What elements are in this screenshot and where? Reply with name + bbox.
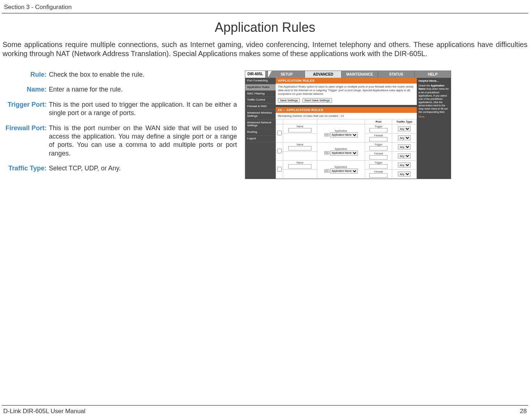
definitions-column: Rule: Check the box to enable the rule. … <box>2 71 237 179</box>
definition-text: Check the box to enable the rule. <box>49 71 237 79</box>
rule-enable-checkbox[interactable] <box>277 167 282 171</box>
router-screenshot: DIR-605L SETUP ADVANCED MAINTENANCE STAT… <box>245 71 451 179</box>
rules-table: Port Traffic Type Name Application<< App… <box>276 119 417 179</box>
model-label: DIR-605L <box>245 71 268 78</box>
panel-description: The Application Rules option is used to … <box>276 84 417 98</box>
definition-item: Name: Enter a name for the rule. <box>4 85 237 94</box>
definition-item: Firewall Port: This is the port number o… <box>4 124 237 158</box>
sidebar-item-mac-filtering[interactable]: MAC Filtering <box>245 91 276 97</box>
definition-item: Trigger Port: This is the port used to t… <box>4 101 237 118</box>
definition-label: Trigger Port: <box>4 101 49 118</box>
col-port: Port <box>365 119 392 124</box>
col-traffic: Traffic Type <box>392 119 417 124</box>
name-label: Name <box>284 125 316 128</box>
firewall-port-input[interactable] <box>369 155 387 160</box>
copy-arrow-button[interactable]: << <box>324 151 329 154</box>
header-rule <box>2 13 528 13</box>
tab-status[interactable]: STATUS <box>378 71 414 78</box>
tab-maintenance[interactable]: MAINTENANCE <box>341 71 378 78</box>
helpful-hints-panel: Helpful Hints... Check the Application N… <box>417 78 451 179</box>
application-select[interactable]: Application Name <box>330 132 358 137</box>
sidebar-item-advanced-network[interactable]: Advanced Network Settings <box>245 120 276 130</box>
definition-label: Firewall Port: <box>4 124 49 158</box>
page-footer: D-Link DIR-605L User Manual 28 <box>2 405 528 415</box>
tab-advanced[interactable]: ADVANCED <box>305 71 341 78</box>
remaining-rules-text: Remaining number of rules that can be cr… <box>276 113 417 119</box>
name-input[interactable] <box>288 164 311 169</box>
definition-item: Traffic Type: Select TCP, UDP, or Any. <box>4 164 237 173</box>
sidebar-item-logout[interactable]: Logout <box>245 136 276 142</box>
application-select[interactable]: Application Name <box>330 150 358 156</box>
trigger-traffic-select[interactable]: Any <box>398 126 411 131</box>
model-text: DIR-605L <box>247 72 263 76</box>
intro-paragraph: Some applications require multiple conne… <box>3 40 527 58</box>
main-tabs: SETUP ADVANCED MAINTENANCE STATUS HELP <box>268 71 451 78</box>
trigger-traffic-select[interactable]: Any <box>398 162 411 167</box>
application-select[interactable]: Application Name <box>330 169 358 174</box>
definition-text: This is the port number on the WAN side … <box>49 124 237 158</box>
firewall-traffic-select[interactable]: Any <box>398 153 411 158</box>
firewall-label: Firewall <box>366 152 391 155</box>
page-number: 28 <box>520 408 527 415</box>
trigger-label: Trigger <box>366 161 391 164</box>
name-label: Name <box>284 161 316 164</box>
center-panel: APPLICATION RULES The Application Rules … <box>276 78 417 179</box>
sidebar-item-traffic-control[interactable]: Traffic Control <box>245 97 276 103</box>
manual-title: D-Link DIR-605L User Manual <box>3 408 85 415</box>
rule-enable-checkbox[interactable] <box>277 131 282 135</box>
hints-title: Helpful Hints... <box>419 79 449 83</box>
triangle-decoration <box>268 71 272 77</box>
side-nav: Port Forwarding Application Rules MAC Fi… <box>245 78 276 179</box>
screenshot-header: DIR-605L SETUP ADVANCED MAINTENANCE STAT… <box>245 71 451 78</box>
screenshot-column: DIR-605L SETUP ADVANCED MAINTENANCE STAT… <box>245 71 451 179</box>
section-header: Section 3 - Configuration <box>2 4 528 13</box>
footer-rule <box>2 405 528 406</box>
hints-body: Check the Application Name drop down men… <box>419 84 449 113</box>
trigger-traffic-select[interactable]: Any <box>398 144 411 149</box>
copy-arrow-button[interactable]: << <box>324 169 329 173</box>
name-label: Name <box>284 143 316 146</box>
trigger-label: Trigger <box>366 125 391 128</box>
remaining-value: 24 <box>340 114 344 118</box>
name-input[interactable] <box>288 146 311 150</box>
application-label: Application <box>318 166 364 168</box>
tab-setup[interactable]: SETUP <box>268 71 305 78</box>
remaining-label: Remaining number of rules that can be cr… <box>278 114 340 118</box>
firewall-label: Firewall <box>366 170 391 173</box>
definition-item: Rule: Check the box to enable the rule. <box>4 71 237 79</box>
button-row: Save Settings Don't Save Settings <box>276 98 417 105</box>
firewall-traffic-select[interactable]: Any <box>398 135 411 140</box>
dont-save-settings-button[interactable]: Don't Save Settings <box>302 98 332 103</box>
copy-arrow-button[interactable]: << <box>324 133 329 136</box>
firewall-port-input[interactable] <box>369 137 387 141</box>
more-link[interactable]: More... <box>419 115 449 118</box>
firewall-label: Firewall <box>366 134 391 137</box>
sidebar-item-firewall-dmz[interactable]: Firewall & DMZ <box>245 103 276 110</box>
firewall-port-input[interactable] <box>369 173 387 178</box>
definition-label: Traffic Type: <box>4 164 49 173</box>
panel-heading-app-rules: APPLICATION RULES <box>276 78 417 84</box>
sidebar-item-routing[interactable]: Routing <box>245 129 276 136</box>
rule-enable-checkbox[interactable] <box>277 149 282 153</box>
hints-post: drop down menu for a list of predefined … <box>419 88 449 113</box>
save-settings-button[interactable]: Save Settings <box>278 98 300 103</box>
trigger-port-input[interactable] <box>369 128 387 132</box>
hints-pre: Check the <box>419 84 431 87</box>
panel-heading-24-rules: 24 -- APPLICATION RULES <box>276 107 417 113</box>
page-title: Application Rules <box>2 20 528 35</box>
sidebar-item-advanced-wireless[interactable]: Advanced Wireless Settings <box>245 110 276 120</box>
firewall-traffic-select[interactable]: Any <box>398 171 411 177</box>
trigger-port-input[interactable] <box>369 146 387 150</box>
definition-label: Name: <box>4 85 49 94</box>
definition-text: Select TCP, UDP, or Any. <box>49 164 237 173</box>
name-input[interactable] <box>288 128 311 132</box>
definition-label: Rule: <box>4 71 49 79</box>
sidebar-item-application-rules[interactable]: Application Rules <box>245 84 276 91</box>
trigger-label: Trigger <box>366 143 391 146</box>
definition-text: This is the port used to trigger the app… <box>49 101 237 118</box>
application-label: Application <box>318 148 364 150</box>
sidebar-item-port-forwarding[interactable]: Port Forwarding <box>245 78 276 84</box>
definition-text: Enter a name for the rule. <box>49 85 237 94</box>
trigger-port-input[interactable] <box>369 164 387 169</box>
tab-help[interactable]: HELP <box>414 71 451 78</box>
